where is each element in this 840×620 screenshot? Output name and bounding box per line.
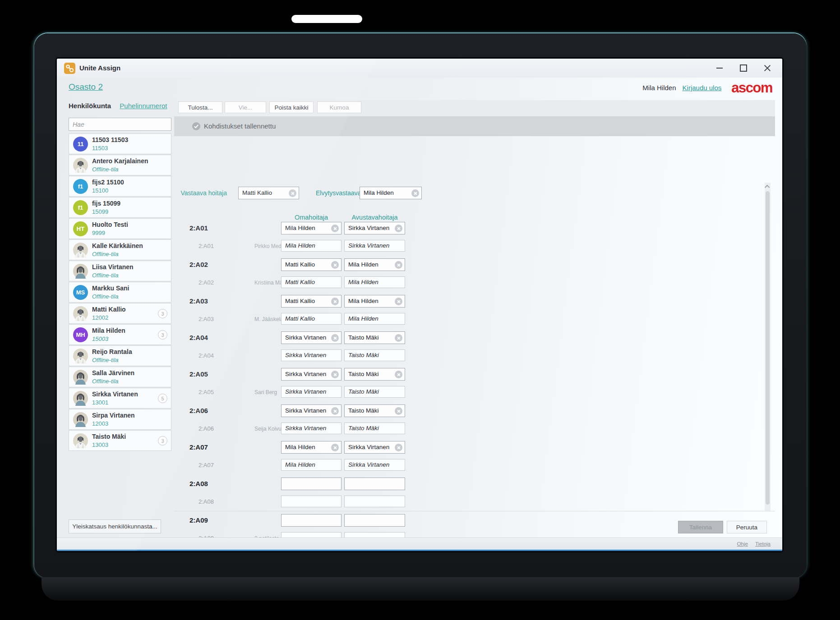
screen: Unite Assign Osasto 2 Mila Hilden Kirjau… xyxy=(57,59,782,551)
clear-icon[interactable] xyxy=(331,298,339,305)
staff-list-item[interactable]: 11 11503 11503 11503 xyxy=(69,133,171,154)
room-primary-nurse-input[interactable]: Mila Hilden xyxy=(281,441,342,454)
room-assistant-nurse-input[interactable]: Mila Hilden xyxy=(344,258,405,271)
clear-icon[interactable] xyxy=(331,371,339,378)
status-bar: Kohdistukset tallennettu xyxy=(174,116,775,136)
room-primary-nurse-input[interactable]: Mila Hilden xyxy=(281,222,342,234)
clear-icon[interactable] xyxy=(395,407,402,415)
tab-puhelinnumerot[interactable]: Puhelinnumerot xyxy=(120,102,167,110)
clear-icon[interactable] xyxy=(331,334,339,342)
room-assistant-nurse-input[interactable]: Taisto Mäki xyxy=(344,404,405,417)
bed-primary-nurse-input[interactable]: Matti Kallio xyxy=(281,313,342,325)
primary-nurse-column-header: Omahoitaja xyxy=(281,214,342,221)
clear-icon[interactable] xyxy=(395,225,402,232)
bed-assistant-nurse-input[interactable]: Mila Hilden xyxy=(344,313,405,325)
staff-overview-button[interactable]: Yleiskatsaus henkilökunnasta... xyxy=(69,519,161,533)
bed-label: 2:A04 xyxy=(198,352,214,359)
maximize-icon[interactable] xyxy=(738,63,748,73)
clear-icon[interactable] xyxy=(331,225,339,232)
room-primary-nurse-input[interactable]: Sirkka Virtanen xyxy=(281,331,342,344)
about-link[interactable]: Tietoja xyxy=(755,541,771,547)
search-input[interactable] xyxy=(69,118,171,131)
bed-label: 2:A06 xyxy=(198,425,214,432)
logout-link[interactable]: Kirjaudu ulos xyxy=(683,84,722,92)
bed-primary-nurse-input[interactable]: Sirkka Virtanen xyxy=(281,423,342,434)
staff-status: 13003 xyxy=(92,441,126,449)
close-icon[interactable] xyxy=(762,63,772,73)
assignment-count-badge: 3 xyxy=(158,309,167,318)
responsible-nurse-input[interactable]: Matti Kallio xyxy=(238,187,299,199)
clear-icon[interactable] xyxy=(331,444,339,451)
bed-assistant-nurse-input[interactable] xyxy=(344,496,405,507)
bed-assistant-nurse-input[interactable]: Taisto Mäki xyxy=(344,386,405,398)
clear-icon[interactable] xyxy=(395,334,402,342)
staff-list-item[interactable]: Kalle Kärkkäinen Offline-tila xyxy=(69,239,171,260)
staff-list-item[interactable]: MH Mila Hilden 15003 3 xyxy=(69,324,171,345)
staff-list-item[interactable]: HT Huolto Testi 9999 xyxy=(69,218,171,239)
status-message: Kohdistukset tallennettu xyxy=(204,116,276,136)
room-assistant-nurse-input[interactable]: Sirkka Virtanen xyxy=(344,441,405,454)
room-label: 2:A07 xyxy=(189,443,208,451)
clear-all-button[interactable]: Poista kaikki xyxy=(269,101,314,113)
bed-primary-nurse-input[interactable]: Matti Kallio xyxy=(281,276,342,288)
room-primary-nurse-input[interactable]: Sirkka Virtanen xyxy=(281,368,342,381)
staff-name: Kalle Kärkkäinen xyxy=(92,242,143,250)
clear-icon[interactable] xyxy=(331,407,339,415)
clear-icon[interactable] xyxy=(289,189,296,197)
minimize-icon[interactable] xyxy=(715,63,725,73)
clear-icon[interactable] xyxy=(395,371,402,378)
bed-primary-nurse-input[interactable]: Mila Hilden xyxy=(281,459,342,471)
room-assistant-nurse-input[interactable]: Mila Hilden xyxy=(344,295,405,308)
clear-icon[interactable] xyxy=(395,298,402,305)
clear-icon[interactable] xyxy=(395,444,402,451)
staff-list-item[interactable]: Matti Kallio 12002 3 xyxy=(69,303,171,324)
staff-list-item[interactable]: Reijo Rantala Offline-tila xyxy=(69,345,171,366)
staff-list-item[interactable]: f1 fijs2 15100 15100 xyxy=(69,176,171,197)
room-primary-nurse-input[interactable] xyxy=(281,478,342,490)
department-link[interactable]: Osasto 2 xyxy=(69,82,103,92)
vertical-scrollbar[interactable] xyxy=(765,183,771,511)
staff-list-item[interactable]: f1 fijs 15099 15099 xyxy=(69,197,171,218)
bed-primary-nurse-input[interactable] xyxy=(281,496,342,507)
tab-henkilokunta[interactable]: Henkilökunta xyxy=(69,102,111,110)
bed-assistant-nurse-input[interactable]: Sirkka Virtanen xyxy=(344,240,405,252)
ascom-logo: ascom xyxy=(731,81,772,95)
staff-list-item[interactable]: Taisto Mäki 13003 3 xyxy=(69,430,171,451)
clear-icon[interactable] xyxy=(411,189,419,197)
bed-assistant-nurse-input[interactable]: Taisto Mäki xyxy=(344,423,405,434)
room-primary-nurse-input[interactable]: Sirkka Virtanen xyxy=(281,404,342,417)
bed-assistant-nurse-input[interactable]: Mila Hilden xyxy=(344,276,405,288)
cancel-button[interactable]: Peruuta xyxy=(727,521,767,533)
room-assistant-nurse-input[interactable]: Taisto Mäki xyxy=(344,368,405,381)
staff-status: Offline-tila xyxy=(92,271,134,279)
bed-primary-nurse-input[interactable]: Sirkka Virtanen xyxy=(281,349,342,361)
avatar xyxy=(73,370,88,385)
avatar: HT xyxy=(73,221,88,236)
bed-assistant-nurse-input[interactable]: Sirkka Virtanen xyxy=(344,459,405,471)
scrollbar-thumb[interactable] xyxy=(766,191,770,505)
staff-list-item[interactable]: Salla Järvinen Offline-tila xyxy=(69,367,171,387)
resuscitation-lead-input[interactable]: Mila Hilden xyxy=(360,187,422,199)
bed-assistant-nurse-input[interactable]: Taisto Mäki xyxy=(344,349,405,361)
room-assistant-nurse-input[interactable] xyxy=(344,514,405,527)
room-primary-nurse-input[interactable] xyxy=(281,514,342,527)
clear-icon[interactable] xyxy=(395,261,402,269)
room-assistant-nurse-input[interactable]: Taisto Mäki xyxy=(344,331,405,344)
print-button[interactable]: Tulosta... xyxy=(178,101,222,113)
staff-list-item[interactable]: Sirkka Virtanen 13001 5 xyxy=(69,388,171,409)
bed-primary-nurse-input[interactable]: Sirkka Virtanen xyxy=(281,386,342,398)
help-link[interactable]: Ohje xyxy=(737,541,748,547)
scroll-up-icon[interactable] xyxy=(765,184,771,190)
room-assistant-nurse-input[interactable] xyxy=(344,478,405,490)
bed-primary-nurse-input[interactable]: Mila Hilden xyxy=(281,240,342,252)
initials-avatar: f1 xyxy=(73,179,88,194)
staff-list-item[interactable]: Antero Karjalainen Offline-tila xyxy=(69,155,171,175)
room-primary-nurse-input[interactable]: Matti Kallio xyxy=(281,295,342,308)
staff-list-item[interactable]: MS Markku Sani Offline-tila xyxy=(69,282,171,303)
room-primary-nurse-input[interactable]: Matti Kallio xyxy=(281,258,342,271)
room-assistant-nurse-input[interactable]: Sirkka Virtanen xyxy=(344,222,405,234)
staff-list-item[interactable]: Liisa Virtanen Offline-tila xyxy=(69,261,171,281)
clear-icon[interactable] xyxy=(331,261,339,269)
staff-list-item[interactable]: Sirpa Virtanen 12003 xyxy=(69,409,171,430)
male-avatar-icon xyxy=(73,158,88,173)
